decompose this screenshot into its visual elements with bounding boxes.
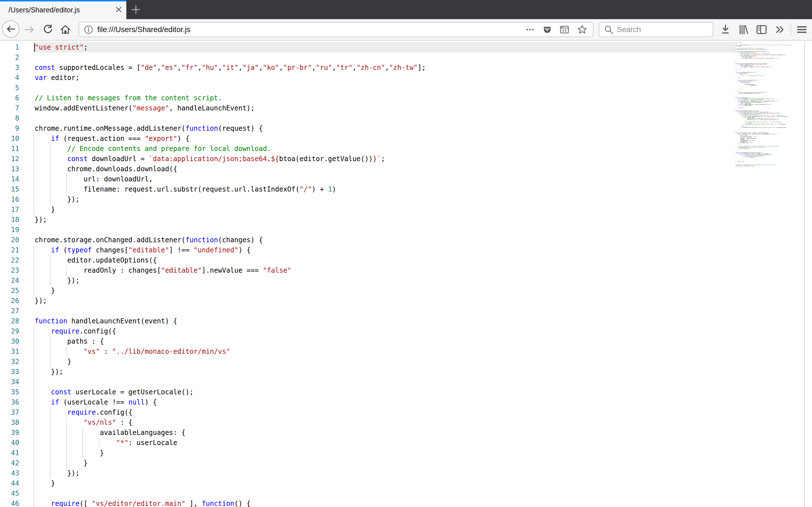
toolbar-separator	[791, 23, 791, 36]
indent-guide	[34, 377, 34, 387]
pocket-icon[interactable]	[543, 25, 552, 34]
line-number: 29	[0, 326, 19, 336]
indent-guide	[50, 276, 50, 286]
indent-guide	[50, 448, 50, 458]
downloads-button[interactable]	[720, 24, 731, 35]
line-number: 13	[0, 164, 19, 174]
indent-guide	[50, 336, 50, 346]
line-number: 36	[0, 397, 19, 407]
search-bar[interactable]: Search	[599, 22, 713, 37]
indent-guide	[50, 407, 50, 417]
line-number: 41	[0, 448, 19, 458]
indent-guide	[99, 438, 99, 448]
line-number: 1	[0, 42, 19, 52]
reload-button[interactable]	[42, 24, 54, 35]
indent-guide	[34, 438, 34, 448]
back-arrow-icon	[6, 24, 16, 34]
indent-guide	[34, 387, 34, 397]
line-number: 18	[0, 215, 19, 225]
indent-guide	[66, 346, 67, 356]
info-icon[interactable]	[84, 25, 93, 34]
line-number: 16	[0, 194, 19, 205]
library-icon	[738, 24, 749, 35]
download-icon	[720, 24, 731, 35]
indent-guide	[34, 265, 34, 276]
reload-icon	[42, 24, 54, 35]
indent-guide	[34, 499, 34, 507]
hamburger-icon	[796, 24, 808, 35]
indent-guide	[50, 356, 50, 367]
line-number: 23	[0, 265, 19, 276]
current-line-highlight	[34, 42, 735, 52]
indent-guide	[34, 174, 34, 184]
library-button[interactable]	[738, 24, 749, 35]
indent-guide	[66, 174, 67, 184]
line-number: 7	[0, 103, 19, 113]
line-number: 4	[0, 73, 19, 83]
indent-guide	[50, 265, 50, 276]
indent-guide	[34, 407, 34, 417]
indent-guide	[34, 468, 34, 478]
indent-guide	[34, 367, 34, 377]
line-number: 46	[0, 499, 19, 507]
tab-title: /Users/Shared/editor.js	[8, 0, 80, 19]
indent-guide	[50, 428, 50, 438]
sidebar-icon	[756, 24, 767, 35]
line-number: 6	[0, 93, 19, 103]
indent-guide	[34, 194, 34, 205]
browser-window: /Users/Shared/editor.js	[0, 0, 812, 507]
indent-guide	[50, 346, 50, 356]
tab[interactable]: /Users/Shared/editor.js	[0, 0, 126, 19]
line-number: 5	[0, 83, 19, 93]
app-menu-button[interactable]	[796, 24, 808, 35]
forward-button[interactable]	[24, 24, 35, 35]
indent-guide	[34, 428, 34, 438]
line-number: 43	[0, 468, 19, 478]
indent-guide	[50, 255, 50, 265]
indent-guide	[34, 144, 34, 154]
url-bar[interactable]: file:///Users/Shared/editor.js	[79, 22, 594, 37]
line-number: 44	[0, 478, 19, 489]
url-text: file:///Users/Shared/editor.js	[97, 25, 190, 34]
back-button[interactable]	[2, 20, 19, 38]
page-actions-icon[interactable]	[525, 25, 535, 34]
indent-guide	[50, 417, 50, 428]
line-number: 33	[0, 367, 19, 377]
minimap-content: "use strict";const supportedLocales = ["…	[735, 42, 796, 166]
line-number: 31	[0, 346, 19, 356]
line-number: 20	[0, 235, 19, 245]
line-number: 45	[0, 489, 19, 499]
line-number: 40	[0, 438, 19, 448]
forward-arrow-icon	[24, 24, 35, 35]
indent-guide	[34, 397, 34, 407]
indent-guide	[34, 205, 34, 215]
search-icon	[604, 25, 613, 34]
indent-guide	[34, 489, 34, 499]
line-number: 26	[0, 296, 19, 306]
page-source-action-icon[interactable]	[560, 25, 569, 34]
bookmark-star-icon[interactable]	[577, 24, 587, 35]
indent-guide	[66, 448, 67, 458]
minimap[interactable]: "use strict";const supportedLocales = ["…	[735, 42, 796, 506]
indent-guide	[82, 448, 83, 458]
overflow-menu-button[interactable]	[774, 24, 786, 35]
indent-guide	[50, 184, 50, 194]
indent-guide	[50, 194, 50, 205]
line-number: 8	[0, 113, 19, 123]
line-number: 10	[0, 133, 19, 144]
indent-guide	[82, 428, 83, 438]
nav-toolbar: file:///Users/Shared/editor.js	[0, 19, 812, 41]
tab-close-icon[interactable]	[115, 6, 122, 13]
indent-guide	[34, 184, 34, 194]
line-number: 3	[0, 62, 19, 73]
indent-guide	[34, 154, 34, 164]
new-tab-button[interactable]	[130, 4, 142, 15]
sidebar-button[interactable]	[756, 24, 767, 35]
line-number: 35	[0, 387, 19, 397]
line-number: 9	[0, 123, 19, 133]
indent-guide	[34, 346, 34, 356]
line-number: 22	[0, 255, 19, 265]
home-button[interactable]	[60, 24, 71, 35]
editor-content[interactable]: 1"use strict";23const supportedLocales =…	[0, 41, 812, 507]
indent-guide	[50, 154, 50, 164]
